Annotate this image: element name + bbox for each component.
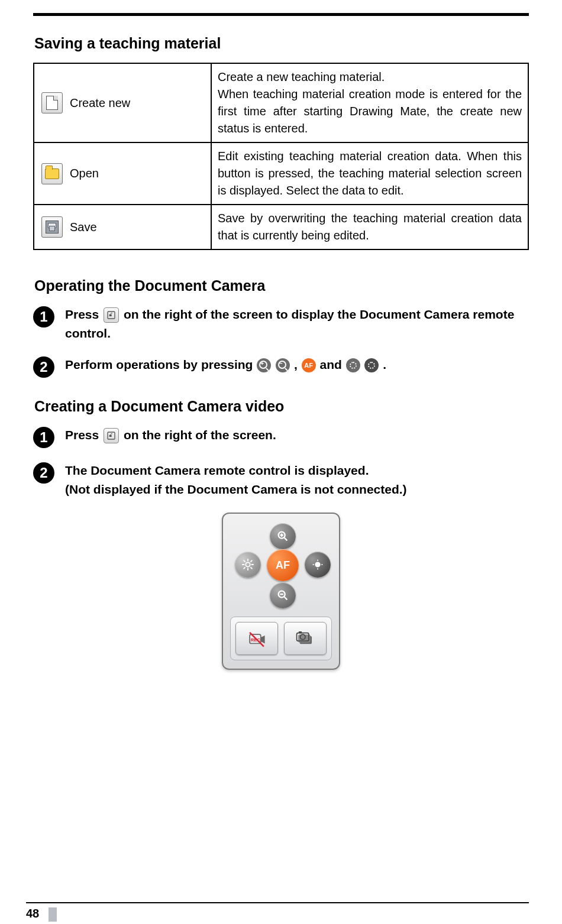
comma-text: , [294, 358, 301, 371]
open-folder-icon [41, 163, 63, 184]
and-text: and [319, 358, 345, 371]
heading-saving: Saving a teaching material [34, 35, 529, 52]
remote-brightness-up-icon [235, 552, 261, 578]
creating-step1-text-a: Press [65, 428, 102, 442]
remote-body: AF [222, 513, 340, 670]
table-row: Create new Create a new teaching materia… [34, 63, 528, 142]
svg-point-17 [315, 562, 319, 566]
save-desc: Save by overwriting the teaching materia… [211, 205, 528, 249]
step-number-1-icon: 1 [33, 306, 54, 328]
create-new-label: Create new [70, 96, 130, 110]
open-desc: Edit existing teaching material creation… [211, 142, 528, 205]
period-text: . [383, 358, 386, 371]
creating-step1-text-b: on the right of the screen. [124, 428, 276, 442]
operating-step1-text-b: on the right of the screen to display th… [65, 307, 514, 340]
create-new-desc: Create a new teaching material.When teac… [211, 63, 528, 142]
svg-line-13 [244, 560, 245, 562]
remote-brightness-down-icon [305, 552, 331, 578]
svg-line-14 [251, 568, 252, 569]
open-label: Open [70, 167, 99, 180]
create-new-icon [41, 92, 63, 114]
brightness-down-icon [364, 358, 379, 372]
remote-zoom-in-icon [270, 523, 296, 549]
camera-panel-icon [104, 307, 119, 323]
remote-figure: AF [33, 513, 529, 670]
remote-record-icon: REC [235, 622, 278, 655]
svg-marker-26 [261, 636, 265, 644]
svg-line-23 [285, 597, 288, 600]
brightness-up-icon [346, 358, 360, 372]
table-row: Open Edit existing teaching material cre… [34, 142, 528, 205]
step-number-2-icon: 2 [33, 356, 54, 378]
page-footer: 48 [26, 902, 529, 920]
table-row: Save Save by overwriting the teaching ma… [34, 205, 528, 249]
step: 2 Perform operations by pressing + − , A… [33, 355, 529, 378]
step: 1 Press on the right of the screen. [33, 426, 529, 448]
af-icon: AF [302, 358, 316, 372]
remote-zoom-out-icon [270, 582, 296, 608]
creating-steps: 1 Press on the right of the screen. 2 Th… [33, 426, 529, 498]
operating-step1-text-a: Press [65, 307, 102, 321]
save-floppy-icon [41, 216, 63, 238]
manual-page: Saving a teaching material Create new Cr… [0, 13, 562, 924]
svg-rect-33 [299, 631, 302, 633]
camera-panel-icon [104, 428, 119, 443]
heading-operating: Operating the Document Camera [34, 277, 529, 294]
footer-tab-icon [49, 907, 57, 922]
heading-creating: Creating a Document Camera video [34, 398, 529, 415]
svg-point-8 [246, 562, 250, 566]
step: 1 Press on the right of the screen to di… [33, 305, 529, 342]
svg-line-5 [285, 538, 288, 541]
page-number: 48 [26, 907, 39, 920]
remote-af-icon: AF [267, 549, 299, 581]
svg-line-15 [244, 568, 245, 569]
remote-capture-icon [284, 622, 327, 655]
saving-table: Create new Create a new teaching materia… [33, 63, 529, 250]
top-divider [33, 13, 529, 16]
step: 2 The Document Camera remote control is … [33, 461, 529, 498]
step-number-2-icon: 2 [33, 462, 54, 484]
zoom-out-icon: − [276, 358, 290, 372]
step-number-1-icon: 1 [33, 427, 54, 448]
svg-line-16 [251, 560, 252, 562]
svg-rect-3 [109, 435, 112, 437]
save-label: Save [70, 221, 97, 234]
operating-steps: 1 Press on the right of the screen to di… [33, 305, 529, 378]
operating-step2-text-a: Perform operations by pressing [65, 358, 256, 371]
zoom-in-icon: + [257, 358, 271, 372]
creating-step2-text: The Document Camera remote control is di… [65, 461, 529, 498]
svg-rect-1 [109, 315, 112, 316]
